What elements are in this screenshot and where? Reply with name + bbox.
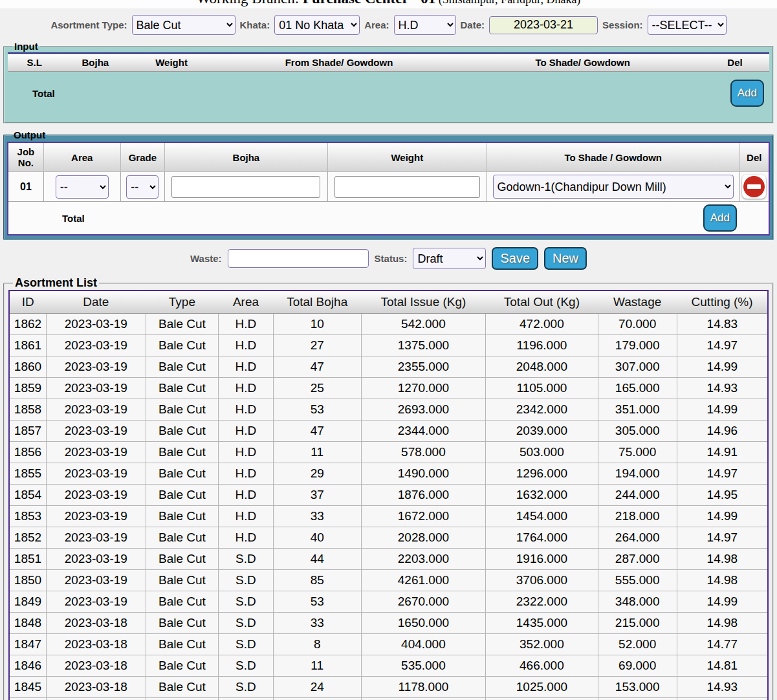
cell-area: S.D [219, 634, 273, 655]
cell-total-bojha: 37 [273, 485, 361, 506]
asortment-row: 18582023-03-19Bale CutH.D532693.0002342.… [9, 399, 768, 421]
cell-wastage: 179.000 [598, 335, 677, 356]
asortment-row: 18592023-03-19Bale CutH.D251270.0001105.… [9, 378, 768, 399]
cell-total-issue: 4261.000 [361, 570, 485, 591]
cell-total-issue: 1375.000 [361, 335, 485, 356]
cell-id: 1846 [9, 655, 46, 677]
cell-total-out: 1916.000 [486, 549, 598, 570]
cell-wastage: 165.000 [598, 378, 677, 399]
cell-cutting: 14.93 [677, 677, 768, 698]
cell-total-out: 1435.000 [486, 613, 598, 634]
area-select[interactable]: H.D [394, 15, 456, 35]
cell-cutting: 14.98 [677, 549, 768, 570]
cell-wastage: 348.000 [598, 591, 677, 613]
output-col-header: Grade [120, 142, 164, 172]
cell-type: Bale Cut [146, 655, 219, 677]
cell-total-out: 1764.000 [486, 527, 598, 549]
cell-id: 1849 [9, 591, 46, 613]
cell-wastage: 215.000 [598, 613, 677, 634]
cell-total-bojha: 10 [273, 314, 361, 335]
cell-type: Bale Cut [146, 677, 219, 698]
cell-wastage: 70.000 [598, 314, 677, 335]
input-col-header: Bojha [61, 53, 129, 72]
cell-type: Bale Cut [146, 613, 219, 634]
cell-area: S.D [219, 613, 273, 634]
cell-cutting: 14.77 [677, 634, 768, 655]
input-table-header-row: S.LBojhaWeightFrom Shade/ GowdownTo Shad… [8, 53, 769, 72]
cell-total-bojha: 11 [273, 655, 361, 677]
cell-area: H.D [219, 356, 273, 378]
output-weight-input[interactable] [334, 176, 480, 198]
cell-total-out: 1632.000 [486, 485, 598, 506]
cell-area: H.D [219, 378, 273, 399]
date-input[interactable] [489, 16, 598, 34]
output-total-row: Total Add [8, 202, 769, 235]
cell-total-out: 2048.000 [486, 356, 598, 378]
output-grade-select[interactable]: -- [126, 175, 159, 199]
cell-type: Bale Cut [146, 506, 219, 527]
status-select[interactable]: Draft [413, 248, 486, 269]
output-add-button[interactable]: Add [703, 204, 737, 232]
khata-select[interactable]: 01 No Khata [274, 15, 360, 35]
cell-wastage: 75.000 [598, 442, 677, 463]
cell-total-out: 3706.000 [486, 570, 598, 591]
cell-date: 2023-03-19 [46, 442, 146, 463]
output-godown-select[interactable]: Godown-1(Chandipur Down Mill) [493, 175, 734, 199]
new-button[interactable]: New [544, 247, 587, 270]
output-area-select[interactable]: -- [56, 175, 109, 199]
cell-total-issue: 2028.000 [361, 527, 485, 549]
cell-type: Bale Cut [146, 399, 219, 421]
cell-cutting: 14.91 [677, 442, 768, 463]
cell-area: S.D [219, 549, 273, 570]
cell-date: 2023-03-19 [46, 356, 146, 378]
cell-wastage: 69.000 [598, 655, 677, 677]
cell-total-issue: 2693.000 [361, 399, 485, 421]
output-col-header: Job No. [8, 142, 43, 172]
delete-row-button[interactable] [742, 175, 766, 199]
output-legend: Output [12, 129, 47, 140]
cell-area: H.D [219, 314, 273, 335]
list-col-header: Date [46, 290, 146, 314]
cell-area: H.D [219, 527, 273, 549]
asortment-row: 18512023-03-19Bale CutS.D442203.0001916.… [9, 549, 768, 570]
save-button[interactable]: Save [492, 247, 538, 270]
cell-total-bojha: 11 [273, 442, 361, 463]
cell-total-out: 2581.000 [486, 698, 598, 700]
cell-type: Bale Cut [146, 335, 219, 356]
filter-bar: Asortment Type: Bale Cut Khata: 01 No Kh… [0, 8, 777, 39]
cell-cutting: 14.97 [677, 527, 768, 549]
session-select[interactable]: --SELECT-- [648, 15, 727, 35]
asortment-row: 18542023-03-19Bale CutH.D371876.0001632.… [9, 485, 768, 506]
cell-wastage: 387.000 [598, 698, 677, 700]
cell-total-bojha: 33 [273, 613, 361, 634]
cell-area: H.D [219, 399, 273, 421]
output-bojha-input[interactable] [171, 176, 320, 198]
cell-date: 2023-03-18 [46, 634, 146, 655]
cell-type: Bale Cut [146, 549, 219, 570]
cell-type: Bale Cut [146, 634, 219, 655]
cell-total-out: 352.000 [486, 634, 598, 655]
cell-area: S.D [219, 698, 273, 700]
asortment-type-select[interactable]: Bale Cut [132, 15, 235, 35]
cell-date: 2023-03-19 [46, 421, 146, 442]
cell-total-issue: 535.000 [361, 655, 485, 677]
cell-total-bojha: 33 [273, 506, 361, 527]
list-col-header: Cutting (%) [677, 290, 768, 314]
page-title-clipped: Working Branch: Purchase Center - 01 (Sh… [0, 0, 777, 8]
output-col-header: Area [43, 142, 120, 172]
cell-total-out: 466.000 [486, 655, 598, 677]
asortment-table-header-row: IDDateTypeAreaTotal BojhaTotal Issue (Kg… [9, 290, 768, 314]
asortment-row: 18532023-03-19Bale CutH.D331672.0001454.… [9, 506, 768, 527]
cell-cutting: 14.99 [677, 506, 768, 527]
waste-input[interactable] [228, 249, 369, 268]
waste-status-bar: Waste: Status: Draft Save New [0, 240, 777, 276]
cell-wastage: 244.000 [598, 485, 677, 506]
input-add-button[interactable]: Add [730, 80, 764, 107]
cell-total-bojha: 53 [273, 591, 361, 613]
cell-total-issue: 2344.000 [361, 421, 485, 442]
cell-id: 1859 [9, 378, 46, 399]
cell-date: 2023-03-19 [46, 399, 146, 421]
cell-id: 1862 [9, 314, 46, 335]
cell-total-out: 2039.000 [486, 421, 598, 442]
waste-label: Waste: [190, 253, 222, 264]
